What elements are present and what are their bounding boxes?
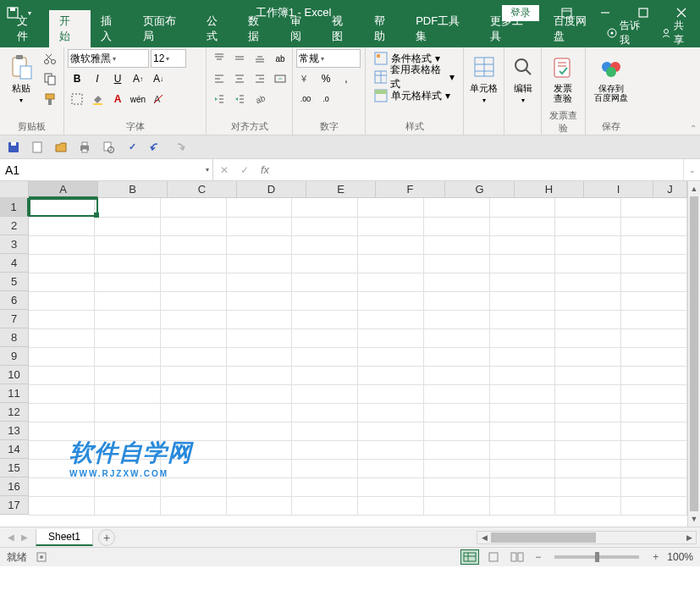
cell[interactable] <box>226 235 292 254</box>
align-middle-button[interactable] <box>230 49 249 68</box>
cell[interactable] <box>489 422 555 440</box>
cell[interactable] <box>160 440 226 459</box>
scroll-right-button[interactable]: ▶ <box>682 532 696 544</box>
vertical-scroll-thumb[interactable] <box>690 196 698 511</box>
increase-indent-button[interactable] <box>230 90 249 108</box>
cell[interactable] <box>358 403 424 422</box>
sheet-nav-prev[interactable]: ◀ <box>5 533 17 542</box>
cell[interactable] <box>226 310 292 328</box>
chevron-down-icon[interactable]: ▾ <box>166 55 169 63</box>
cell[interactable] <box>358 235 424 254</box>
bold-button[interactable]: B <box>68 69 86 88</box>
zoom-slider[interactable] <box>554 555 639 559</box>
cell[interactable] <box>621 198 687 217</box>
cell[interactable] <box>489 347 555 366</box>
cell[interactable] <box>29 217 95 235</box>
tab-home[interactable]: 开始 <box>49 10 91 47</box>
format-as-table-button[interactable]: 套用表格格式 ▾ <box>369 68 460 86</box>
zoom-in-button[interactable]: + <box>649 551 662 563</box>
cell[interactable] <box>621 384 687 403</box>
column-header[interactable]: H <box>515 181 584 198</box>
tab-pdf[interactable]: PDF工具集 <box>405 10 480 47</box>
cell-styles-button[interactable]: 单元格样式 ▾ <box>369 86 455 105</box>
tab-baidu[interactable]: 百度网盘 <box>543 10 607 47</box>
page-layout-view-button[interactable] <box>484 549 503 565</box>
sheet-nav-next[interactable]: ▶ <box>19 533 30 542</box>
cell[interactable] <box>423 384 489 403</box>
row-header[interactable]: 1 <box>0 198 29 217</box>
print-preview-icon[interactable] <box>100 139 117 156</box>
row-header[interactable]: 13 <box>0 422 29 440</box>
page-break-view-button[interactable] <box>508 549 526 565</box>
cell[interactable] <box>95 477 161 496</box>
number-format-combo[interactable]: 常规▾ <box>296 49 361 68</box>
cell[interactable] <box>621 366 687 384</box>
cell[interactable] <box>621 347 687 366</box>
decrease-indent-button[interactable] <box>210 90 229 108</box>
tab-review[interactable]: 审阅 <box>280 10 322 47</box>
cell[interactable] <box>489 366 555 384</box>
select-all-corner[interactable] <box>0 181 29 198</box>
cell[interactable] <box>226 254 292 273</box>
redo-icon[interactable] <box>171 139 188 156</box>
cell[interactable] <box>160 310 226 328</box>
cell[interactable] <box>292 198 358 217</box>
font-name-combo[interactable]: 微软雅黑▾ <box>68 49 149 68</box>
vertical-scrollbar[interactable]: ▲ ▼ <box>687 181 700 527</box>
cell[interactable] <box>555 366 621 384</box>
fill-color-button[interactable] <box>88 90 107 108</box>
cell[interactable] <box>226 403 292 422</box>
cell[interactable] <box>29 422 95 440</box>
cell[interactable] <box>226 422 292 440</box>
cell[interactable] <box>489 235 555 254</box>
cell[interactable] <box>489 477 555 496</box>
cell[interactable] <box>555 217 621 235</box>
merge-button[interactable] <box>271 69 289 88</box>
editing-button[interactable]: 编辑▾ <box>508 49 537 108</box>
cell[interactable] <box>358 310 424 328</box>
cell[interactable] <box>29 310 95 328</box>
cell[interactable] <box>226 198 292 217</box>
cell[interactable] <box>292 459 358 477</box>
cell[interactable] <box>358 422 424 440</box>
cell[interactable] <box>29 235 95 254</box>
increase-font-button[interactable]: A↑ <box>129 69 147 88</box>
cell[interactable] <box>555 440 621 459</box>
sheet-tab[interactable]: Sheet1 <box>36 529 93 546</box>
row-header[interactable]: 2 <box>0 217 29 235</box>
cell[interactable] <box>160 217 226 235</box>
row-header[interactable]: 12 <box>0 403 29 422</box>
cell[interactable] <box>29 403 95 422</box>
comma-button[interactable]: , <box>337 69 356 88</box>
tab-formulas[interactable]: 公式 <box>196 10 239 47</box>
column-header[interactable]: F <box>376 181 445 198</box>
expand-formula-bar-button[interactable]: ⌄ <box>683 159 700 180</box>
chevron-down-icon[interactable]: ▾ <box>321 55 324 63</box>
cell[interactable] <box>160 496 226 515</box>
cell[interactable] <box>555 384 621 403</box>
cell[interactable] <box>423 328 489 347</box>
open-icon[interactable] <box>52 139 69 156</box>
cell[interactable] <box>555 235 621 254</box>
cell[interactable] <box>423 496 489 515</box>
cells-button[interactable]: 单元格▾ <box>467 49 500 108</box>
copy-button[interactable] <box>41 69 59 88</box>
increase-decimal-button[interactable]: .00 <box>296 90 315 108</box>
macro-record-icon[interactable] <box>36 551 47 563</box>
font-color-button[interactable]: A <box>108 90 127 108</box>
cell[interactable] <box>423 291 489 310</box>
cell[interactable] <box>292 422 358 440</box>
cell[interactable] <box>95 291 161 310</box>
cell[interactable] <box>423 422 489 440</box>
column-header[interactable]: D <box>237 181 306 198</box>
cell[interactable] <box>621 291 687 310</box>
new-icon[interactable] <box>29 139 46 156</box>
wrap-text-button[interactable]: ab <box>271 49 289 68</box>
scroll-up-button[interactable]: ▲ <box>688 181 700 196</box>
italic-button[interactable]: I <box>88 69 107 88</box>
cell[interactable] <box>160 459 226 477</box>
formula-bar-input[interactable] <box>276 159 683 180</box>
row-header[interactable]: 17 <box>0 496 29 515</box>
cell[interactable] <box>95 440 161 459</box>
cell[interactable] <box>358 496 424 515</box>
